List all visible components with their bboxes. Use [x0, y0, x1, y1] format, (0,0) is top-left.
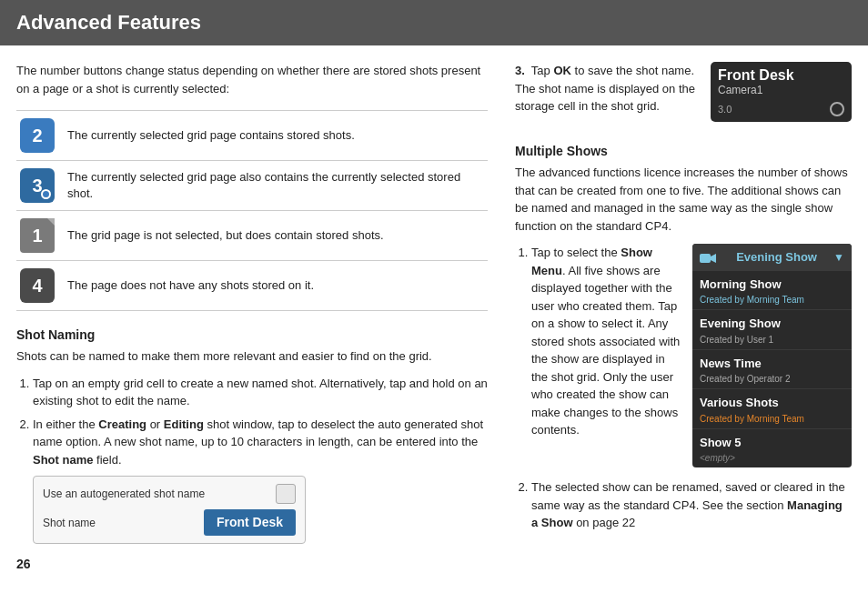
shot-step-1-text: Tap on an empty grid cell to create a ne… [33, 377, 488, 408]
show-sub-news: Created by Operator 2 [700, 372, 844, 386]
grid-desc-3: The grid page is not selected, but does … [67, 227, 384, 244]
shot-naming-body: Shots can be named to make them more rel… [16, 347, 488, 366]
shows-menu-item[interactable]: Morning Show Created by Morning Team [692, 271, 852, 311]
shot-name-value: Front Desk [204, 509, 296, 536]
ms-step-2-text: The selected show can be renamed, saved … [531, 480, 845, 529]
multiple-shows-body: The advanced functions licence increases… [515, 164, 852, 235]
show-sub-evening: Created by User 1 [700, 333, 844, 347]
intro-text: The number buttons change status dependi… [16, 62, 488, 97]
grid-desc-2: The currently selected grid page also co… [67, 169, 484, 202]
show-sub-morning: Created by Morning Team [700, 293, 844, 306]
grid-row: 4 The page does not have any shots store… [16, 261, 488, 311]
page-number: 26 [16, 557, 488, 571]
grid-items-table: 2 The currently selected grid page conta… [16, 110, 488, 311]
badge-no-shots: 4 [20, 268, 55, 303]
shows-menu-item[interactable]: News Time Created by Operator 2 [692, 350, 852, 390]
shows-menu-title: Evening Show [736, 248, 817, 266]
dropdown-arrow-icon: ▼ [833, 249, 844, 266]
headphone-icon [830, 102, 844, 116]
badge-selected-stored: 2 [20, 118, 55, 153]
show-name-evening: Evening Show [700, 315, 844, 333]
badge-selected-current: 3 [20, 168, 55, 203]
grid-row: 3 The currently selected grid page also … [16, 161, 488, 211]
grid-row: 1 The grid page is not selected, but doe… [16, 211, 488, 261]
multiple-shows-heading: Multiple Shows [515, 144, 852, 158]
show-name-morning: Morning Show [700, 276, 844, 294]
shot-step-1: Tap on an empty grid cell to create a ne… [33, 375, 488, 410]
front-desk-footer: 3.0 [718, 102, 844, 116]
grid-row: 2 The currently selected grid page conta… [16, 111, 488, 161]
page-title: Advanced Features [16, 11, 201, 35]
autogenerated-checkbox[interactable] [276, 484, 296, 504]
front-desk-subtitle: Camera1 [718, 84, 844, 96]
multiple-shows-steps: Evening Show ▼ Morning Show Created by M… [515, 244, 852, 532]
multiple-shows-section: Multiple Shows The advanced functions li… [515, 144, 852, 532]
front-desk-card: Front Desk Camera1 3.0 [711, 62, 852, 122]
show-name-news: News Time [700, 355, 844, 373]
shot-name-box: Use an autogenerated shot name Shot name… [33, 476, 306, 544]
autogenerated-row: Use an autogenerated shot name [43, 484, 296, 504]
show-name-various: Various Shots [700, 394, 844, 412]
grid-desc-1: The currently selected grid page contain… [67, 127, 355, 144]
show-sub-5: <empty> [700, 451, 844, 465]
shot-step-2: In either the Creating or Editing shot w… [33, 416, 488, 545]
front-desk-version: 3.0 [718, 104, 732, 115]
shot-name-row: Shot name Front Desk [43, 509, 296, 536]
grid-desc-4: The page does not have any shots stored … [67, 277, 314, 294]
shows-menu-item[interactable]: Show 5 <empty> [692, 429, 852, 468]
ms-step-1-text: Tap to select the Show Menu. All five sh… [531, 246, 680, 437]
shot-naming-section: Shot Naming Shots can be named to make t… [16, 327, 488, 544]
cam-icon [700, 248, 720, 266]
left-column: The number buttons change status dependi… [16, 62, 488, 571]
svg-marker-1 [711, 254, 716, 263]
autogenerated-label: Use an autogenerated shot name [43, 486, 205, 502]
ms-step-2: The selected show can be renamed, saved … [531, 473, 852, 532]
front-desk-title: Front Desk [718, 67, 844, 84]
shows-menu-header[interactable]: Evening Show ▼ [692, 244, 852, 271]
shows-menu[interactable]: Evening Show ▼ Morning Show Created by M… [692, 244, 852, 467]
page-content: The number buttons change status dependi… [0, 45, 868, 584]
step3-block: Front Desk Camera1 3.0 3. Tap OK to save… [515, 62, 852, 135]
shows-menu-item[interactable]: Various Shots Created by Morning Team [692, 389, 852, 429]
show-name-5: Show 5 [700, 434, 844, 452]
svg-rect-0 [700, 254, 711, 263]
shot-naming-heading: Shot Naming [16, 327, 488, 342]
ms-step-1: Evening Show ▼ Morning Show Created by M… [531, 244, 852, 439]
badge-not-selected-stored: 1 [20, 218, 55, 253]
right-column: Front Desk Camera1 3.0 3. Tap OK to save… [515, 62, 852, 571]
shot-naming-steps: Tap on an empty grid cell to create a ne… [16, 375, 488, 545]
shot-name-label: Shot name [43, 515, 96, 531]
page-header: Advanced Features [0, 0, 868, 45]
show-sub-various: Created by Morning Team [700, 412, 844, 426]
shows-menu-item[interactable]: Evening Show Created by User 1 [692, 310, 852, 350]
shot-step-2-text: In either the Creating or Editing shot w… [33, 417, 483, 467]
